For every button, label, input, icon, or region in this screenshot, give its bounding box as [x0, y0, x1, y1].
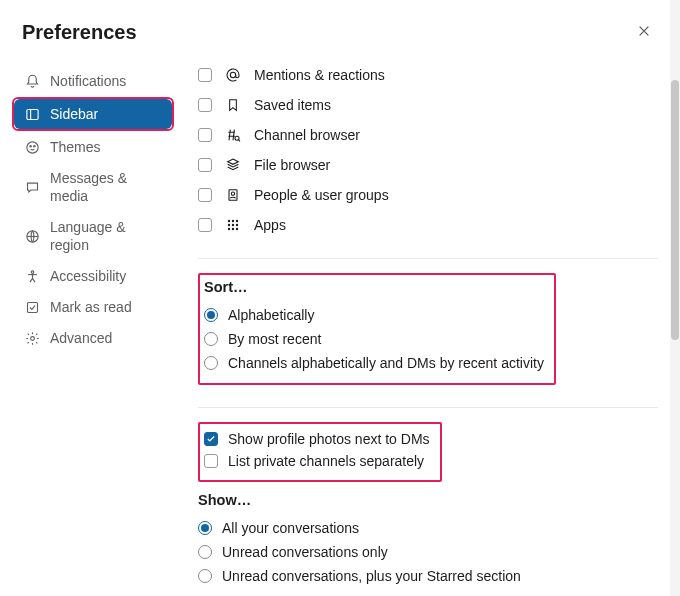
radio-label: Unread conversations only [222, 544, 388, 560]
messages-icon [24, 179, 40, 195]
checkbox[interactable] [198, 218, 212, 232]
show-option-all[interactable]: All your conversations [198, 516, 658, 540]
radio[interactable] [198, 521, 212, 535]
checkbox[interactable] [198, 68, 212, 82]
radio[interactable] [204, 356, 218, 370]
option-people[interactable]: People & user groups [198, 180, 658, 210]
option-mentions[interactable]: Mentions & reactions [198, 60, 658, 90]
nav-accessibility[interactable]: Accessibility [14, 261, 172, 291]
close-button[interactable] [630, 18, 658, 46]
option-label: Show profile photos next to DMs [228, 431, 430, 447]
nav-label: Sidebar [50, 105, 98, 123]
option-apps[interactable]: Apps [198, 210, 658, 240]
nav-label: Themes [50, 138, 101, 156]
svg-rect-0 [26, 109, 37, 119]
globe-icon [24, 228, 40, 244]
svg-point-6 [31, 270, 34, 273]
svg-point-3 [29, 145, 31, 147]
option-label: File browser [254, 157, 330, 173]
svg-point-8 [30, 336, 34, 340]
svg-point-20 [232, 228, 234, 230]
option-label: Apps [254, 217, 286, 233]
nav-themes[interactable]: Themes [14, 132, 172, 162]
svg-point-14 [232, 220, 234, 222]
radio[interactable] [204, 308, 218, 322]
nav-label: Messages & media [50, 169, 162, 205]
option-label: Mentions & reactions [254, 67, 385, 83]
radio[interactable] [198, 569, 212, 583]
sidebar-icon [24, 106, 40, 122]
option-saved[interactable]: Saved items [198, 90, 658, 120]
sort-option-recent[interactable]: By most recent [204, 327, 544, 351]
svg-point-19 [228, 228, 230, 230]
checkbox[interactable] [204, 432, 218, 446]
svg-point-4 [33, 145, 35, 147]
svg-point-17 [232, 224, 234, 226]
option-private-separate[interactable]: List private channels separately [204, 450, 430, 472]
radio[interactable] [204, 332, 218, 346]
checkbox[interactable] [198, 188, 212, 202]
nav-messages[interactable]: Messages & media [14, 163, 172, 211]
hash-search-icon [224, 126, 242, 144]
option-label: People & user groups [254, 187, 389, 203]
radio-label: By most recent [228, 331, 321, 347]
check-icon [24, 299, 40, 315]
option-label: List private channels separately [228, 453, 424, 469]
svg-point-12 [231, 192, 234, 195]
sort-heading: Sort… [204, 279, 544, 295]
bookmark-icon [224, 96, 242, 114]
radio-label: Unread conversations, plus your Starred … [222, 568, 521, 584]
bell-icon [24, 73, 40, 89]
show-option-unread[interactable]: Unread conversations only [198, 540, 658, 564]
checkbox[interactable] [198, 158, 212, 172]
nav-label: Advanced [50, 329, 112, 347]
nav-label: Notifications [50, 72, 126, 90]
close-icon [637, 22, 651, 43]
svg-point-21 [236, 228, 238, 230]
svg-point-10 [235, 136, 239, 140]
svg-point-13 [228, 220, 230, 222]
svg-point-9 [230, 72, 235, 77]
nav-notifications[interactable]: Notifications [14, 66, 172, 96]
people-icon [224, 186, 242, 204]
show-option-unread-starred[interactable]: Unread conversations, plus your Starred … [198, 564, 658, 588]
scrollbar-track[interactable] [670, 0, 680, 596]
nav-label: Mark as read [50, 298, 132, 316]
nav-sidebar[interactable]: Sidebar [14, 99, 172, 129]
svg-point-15 [236, 220, 238, 222]
sort-option-alpha[interactable]: Alphabetically [204, 303, 544, 327]
preferences-nav: Notifications Sidebar Themes [0, 60, 180, 596]
radio[interactable] [198, 545, 212, 559]
sort-option-mixed[interactable]: Channels alphabetically and DMs by recen… [204, 351, 544, 375]
nav-language[interactable]: Language & region [14, 212, 172, 260]
divider [198, 407, 658, 408]
option-label: Channel browser [254, 127, 360, 143]
checkbox[interactable] [204, 454, 218, 468]
option-channel-browser[interactable]: Channel browser [198, 120, 658, 150]
show-heading: Show… [198, 492, 658, 508]
nav-advanced[interactable]: Advanced [14, 323, 172, 353]
scrollbar-thumb[interactable] [671, 80, 679, 340]
gear-icon [24, 330, 40, 346]
svg-rect-7 [27, 302, 37, 312]
accessibility-icon [24, 268, 40, 284]
nav-label: Accessibility [50, 267, 126, 285]
option-profile-photos[interactable]: Show profile photos next to DMs [204, 428, 430, 450]
apps-icon [224, 216, 242, 234]
checkbox[interactable] [198, 98, 212, 112]
themes-icon [24, 139, 40, 155]
radio-label: Channels alphabetically and DMs by recen… [228, 355, 544, 371]
at-icon [224, 66, 242, 84]
svg-point-16 [228, 224, 230, 226]
checkbox[interactable] [198, 128, 212, 142]
radio-label: All your conversations [222, 520, 359, 536]
page-title: Preferences [22, 21, 137, 44]
option-file-browser[interactable]: File browser [198, 150, 658, 180]
files-icon [224, 156, 242, 174]
radio-label: Alphabetically [228, 307, 314, 323]
nav-mark-as-read[interactable]: Mark as read [14, 292, 172, 322]
svg-point-2 [26, 141, 37, 152]
svg-point-18 [236, 224, 238, 226]
option-label: Saved items [254, 97, 331, 113]
divider [198, 258, 658, 259]
